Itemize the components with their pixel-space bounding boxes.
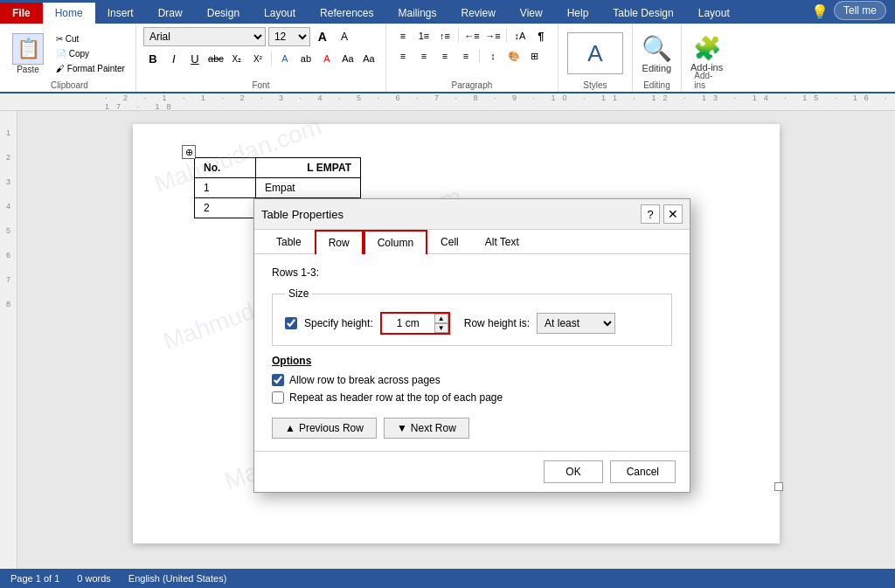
dialog-tab-column[interactable]: Column bbox=[364, 230, 427, 254]
numbering-button[interactable]: 1≡ bbox=[414, 27, 434, 45]
prev-row-label: Previous Row bbox=[299, 422, 364, 434]
tab-table-design[interactable]: Table Design bbox=[600, 3, 685, 24]
dialog-title: Table Properties bbox=[261, 208, 343, 221]
table-move-handle[interactable]: ⊕ bbox=[182, 145, 196, 159]
text-effects-button[interactable]: A bbox=[275, 49, 295, 68]
height-input-group: 1 cm ▲ ▼ bbox=[380, 312, 450, 335]
dialog-tab-cell[interactable]: Cell bbox=[427, 230, 472, 254]
row-height-select[interactable]: At least Exactly bbox=[537, 313, 615, 334]
tab-draw[interactable]: Draw bbox=[146, 3, 195, 24]
repeat-header-label: Repeat as header row at the top of each … bbox=[289, 391, 503, 404]
strikethrough-button[interactable]: abc bbox=[206, 49, 225, 68]
indent-button[interactable]: →≡ bbox=[483, 27, 503, 45]
table-cell: No. bbox=[195, 158, 256, 178]
tab-layout2[interactable]: Layout bbox=[686, 3, 742, 24]
subscript-button[interactable]: X₂ bbox=[227, 49, 246, 68]
justify-button[interactable]: ≡ bbox=[456, 47, 475, 65]
shrink-font-button[interactable]: A bbox=[335, 27, 354, 46]
dialog-help-button[interactable]: ? bbox=[641, 204, 660, 224]
highlight-button[interactable]: ab bbox=[296, 49, 316, 68]
bold-button[interactable]: B bbox=[143, 49, 163, 68]
tab-help[interactable]: Help bbox=[555, 3, 601, 24]
height-spinner-up[interactable]: ▲ bbox=[434, 314, 448, 323]
superscript-button[interactable]: X² bbox=[248, 49, 267, 68]
addins-icon: 🧩 bbox=[693, 35, 721, 62]
tab-design[interactable]: Design bbox=[195, 3, 252, 24]
borders-button[interactable]: ⊞ bbox=[525, 47, 545, 65]
left-ruler: 12345678 bbox=[0, 111, 17, 587]
editing-group-label: Editing bbox=[643, 80, 670, 90]
editing-label: Editing bbox=[642, 63, 672, 73]
dialog-titlebar: Table Properties ? ✕ bbox=[254, 199, 690, 230]
font-size-select[interactable]: 12 bbox=[268, 27, 310, 46]
cut-button[interactable]: ✂ Cut bbox=[51, 32, 130, 45]
rows-label: Rows 1-3: bbox=[272, 266, 672, 279]
font-color-button[interactable]: A bbox=[317, 49, 336, 68]
tab-home[interactable]: Home bbox=[43, 3, 95, 24]
italic-button[interactable]: I bbox=[164, 49, 184, 68]
paragraph-label: Paragraph bbox=[452, 80, 493, 90]
line-spacing-button[interactable]: ↕ bbox=[483, 47, 503, 65]
next-row-button[interactable]: ▼ Next Row bbox=[384, 418, 469, 439]
next-row-label: Next Row bbox=[411, 422, 456, 434]
repeat-header-checkbox[interactable] bbox=[272, 391, 284, 404]
underline-button[interactable]: U bbox=[185, 49, 205, 68]
table-cell-empat-header: L EMPAT bbox=[256, 158, 361, 178]
specify-height-checkbox[interactable] bbox=[285, 317, 297, 329]
tab-layout[interactable]: Layout bbox=[252, 3, 308, 24]
grow-font-button[interactable]: A bbox=[313, 27, 332, 46]
status-bar: Page 1 of 1 0 words English (United Stat… bbox=[0, 569, 895, 588]
table-row: 1 Empat bbox=[195, 178, 361, 198]
cancel-button[interactable]: Cancel bbox=[610, 460, 676, 483]
bullets-button[interactable]: ≡ bbox=[393, 27, 413, 45]
table-resize-handle[interactable] bbox=[774, 482, 783, 491]
row-height-label: Row height is: bbox=[464, 317, 530, 329]
paste-button[interactable]: 📋 Paste bbox=[7, 31, 49, 76]
align-right-button[interactable]: ≡ bbox=[435, 47, 454, 65]
table-cell-1: 1 bbox=[195, 178, 256, 198]
align-center-button[interactable]: ≡ bbox=[414, 47, 434, 65]
show-hide-button[interactable]: ¶ bbox=[531, 27, 551, 45]
sort-button[interactable]: ↕A bbox=[510, 27, 530, 45]
specify-height-label: Specify height: bbox=[304, 317, 373, 329]
language-status: English (United States) bbox=[128, 573, 227, 584]
tab-view[interactable]: View bbox=[508, 3, 555, 24]
previous-row-button[interactable]: ▲ Previous Row bbox=[272, 418, 377, 439]
font-family-select[interactable]: Arial bbox=[143, 27, 266, 46]
prev-row-arrow: ▲ bbox=[285, 422, 295, 434]
tab-mailings[interactable]: Mailings bbox=[385, 3, 448, 24]
words-status: 0 words bbox=[77, 573, 111, 584]
outdent-button[interactable]: ←≡ bbox=[462, 27, 482, 45]
clipboard-group: 📋 Paste ✂ Cut 📄 Copy 🖌 Format Painter Cl… bbox=[3, 24, 136, 92]
styles-group: A Styles bbox=[559, 24, 633, 92]
shading-button[interactable]: 🎨 bbox=[504, 47, 524, 65]
allow-break-checkbox[interactable] bbox=[272, 374, 284, 386]
tell-me-box[interactable]: Tell me bbox=[834, 1, 886, 20]
align-left-button[interactable]: ≡ bbox=[393, 47, 413, 65]
addins-group-label: Add-ins bbox=[694, 71, 719, 90]
height-spinner-down[interactable]: ▼ bbox=[434, 323, 448, 333]
multilevel-button[interactable]: ↑≡ bbox=[435, 27, 454, 45]
ruler: · 2 · 1 · 1 · 2 · 3 · 4 · 5 · 6 · 7 · 8 … bbox=[0, 93, 895, 111]
height-value-input[interactable]: 1 cm bbox=[382, 314, 434, 333]
clipboard-label: Clipboard bbox=[51, 80, 88, 90]
tab-file[interactable]: File bbox=[0, 3, 43, 24]
dialog-tabs: Table Row Column Cell Alt Text bbox=[254, 230, 690, 254]
tab-references[interactable]: References bbox=[308, 3, 385, 24]
dialog-close-button[interactable]: ✕ bbox=[663, 204, 683, 224]
dialog-tab-table[interactable]: Table bbox=[263, 230, 315, 254]
tab-insert[interactable]: Insert bbox=[95, 3, 146, 24]
dialog-tab-alt-text[interactable]: Alt Text bbox=[472, 230, 532, 254]
format-painter-button[interactable]: 🖌 Format Painter bbox=[51, 62, 130, 75]
case-button[interactable]: Aa bbox=[359, 49, 378, 68]
options-section: Options Allow row to break across pages … bbox=[272, 355, 672, 404]
dialog-tab-row[interactable]: Row bbox=[315, 230, 364, 254]
styles-box[interactable]: A bbox=[567, 32, 623, 74]
tab-review[interactable]: Review bbox=[449, 3, 508, 24]
copy-button[interactable]: 📄 Copy bbox=[51, 47, 130, 60]
ok-button[interactable]: OK bbox=[544, 460, 602, 483]
char-shading-button[interactable]: Aa bbox=[338, 49, 357, 68]
dialog-footer: OK Cancel bbox=[254, 451, 690, 492]
editing-group[interactable]: 🔍 Editing Editing bbox=[633, 24, 682, 92]
lightbulb-icon: 💡 bbox=[806, 0, 834, 24]
